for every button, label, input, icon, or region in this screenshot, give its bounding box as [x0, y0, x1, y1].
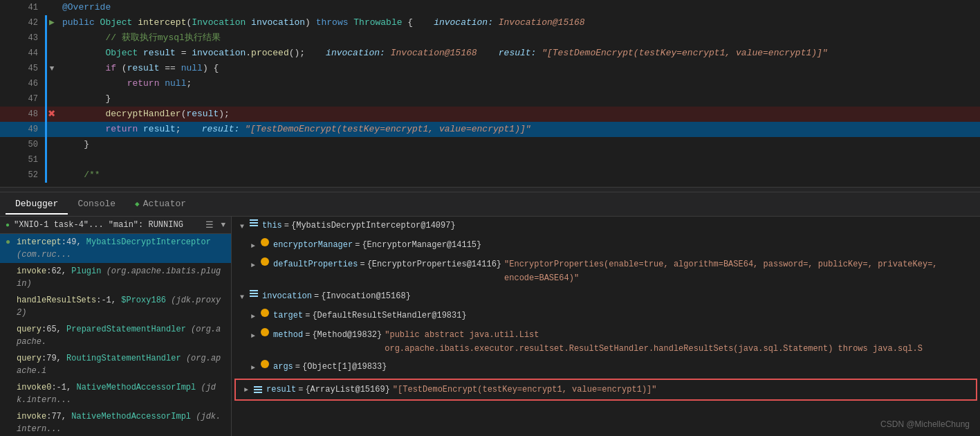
- filter-icon[interactable]: ☰: [205, 219, 214, 230]
- code-line-42: 42 ▶ public Object intercept(Invocation …: [0, 15, 980, 30]
- var-encryptormanager-expand[interactable]: ►: [248, 239, 258, 253]
- stack-item-6-text: invoke:77, NativeMethodAccessorImpl (jdk…: [17, 410, 225, 435]
- gutter-43: [45, 30, 59, 46]
- var-method[interactable]: ► method = {Method@19832} "public abstra…: [232, 326, 980, 358]
- code-content-42: public Object intercept(Invocation invoc…: [59, 15, 980, 30]
- var-invocation[interactable]: ▼ invocation = {Invocation@15168}: [232, 287, 980, 307]
- var-this-icon: [250, 219, 259, 227]
- var-result-icon: [254, 385, 264, 394]
- gutter-42: ▶: [45, 15, 59, 30]
- var-invocation-expand[interactable]: ▼: [237, 291, 247, 305]
- var-args-icon: [261, 360, 270, 368]
- var-target[interactable]: ► target = {DefaultResultSetHandler@1983…: [232, 307, 980, 326]
- editor-area: 41 @Override 42 ▶ public Object intercep…: [0, 0, 980, 187]
- var-invocation-icon: [250, 289, 259, 298]
- code-content-48: decryptHandler(result);: [59, 107, 980, 122]
- panel-divider: [0, 187, 980, 192]
- variables-panel: ▼ this = {MybatisDecryptInterceptor@1409…: [232, 217, 980, 436]
- line-number-41: 41: [0, 0, 45, 15]
- actuator-icon: ◆: [135, 199, 140, 208]
- code-line-52: 52 /**: [0, 167, 980, 183]
- stack-title: "XNIO-1 task-4"... "main": RUNNING: [14, 220, 201, 230]
- stack-item-0-text: intercept:49, MybatisDecryptInterceptor …: [17, 236, 225, 261]
- code-line-43: 43 // 获取执行mysql执行结果: [0, 30, 980, 46]
- var-args-expand[interactable]: ►: [248, 361, 258, 375]
- tabs-bar: Debugger Console ◆ Actuator: [0, 192, 980, 217]
- code-content-52: /**: [59, 167, 980, 183]
- var-defaultproperties-icon: [261, 257, 270, 266]
- stack-item-4-text: query:79, RoutingStatementHandler (org.a…: [17, 352, 225, 377]
- stack-item-3[interactable]: query:65, PreparedStatementHandler (org.…: [0, 321, 231, 350]
- tab-console-label: Console: [77, 199, 115, 209]
- code-content-46: return null;: [59, 76, 980, 91]
- code-line-44: 44 Object result = invocation.proceed();…: [0, 46, 980, 61]
- gutter-48: ✖: [45, 107, 59, 122]
- code-line-41: 41 @Override: [0, 0, 980, 15]
- tab-actuator[interactable]: ◆ Actuator: [125, 194, 196, 215]
- var-target-expand[interactable]: ►: [248, 310, 258, 324]
- code-line-49: 49 return result; result: "[TestDemoEncr…: [0, 122, 980, 137]
- stack-item-3-text: query:65, PreparedStatementHandler (org.…: [17, 323, 225, 348]
- code-content-47: }: [59, 91, 980, 107]
- gutter-50: [45, 137, 59, 152]
- var-result-expand[interactable]: ►: [241, 383, 251, 397]
- gutter-49: [45, 122, 59, 137]
- var-this[interactable]: ▼ this = {MybatisDecryptInterceptor@1409…: [232, 217, 980, 236]
- stack-item-6[interactable]: invoke:77, NativeMethodAccessorImpl (jdk…: [0, 408, 231, 436]
- stack-item-0-icon: ●: [6, 236, 14, 248]
- var-defaultproperties-expand[interactable]: ►: [248, 259, 258, 273]
- breakpoint-icon: ✖: [48, 107, 56, 122]
- line-number-46: 46: [0, 76, 45, 91]
- code-content-45: if (result == null) {: [59, 61, 980, 76]
- var-target-icon: [261, 309, 270, 317]
- stack-item-0[interactable]: ● intercept:49, MybatisDecryptIntercepto…: [0, 234, 231, 263]
- tab-debugger[interactable]: Debugger: [6, 194, 68, 215]
- code-lines: 41 @Override 42 ▶ public Object intercep…: [0, 0, 980, 183]
- code-content-41: @Override: [59, 0, 980, 15]
- code-content-44: Object result = invocation.proceed(); in…: [59, 46, 980, 61]
- var-defaultproperties[interactable]: ► defaultProperties = {EncryptorProperti…: [232, 255, 980, 287]
- gutter-41: [45, 0, 59, 15]
- line-number-44: 44: [0, 46, 45, 61]
- line-number-43: 43: [0, 30, 45, 46]
- stack-header: ● "XNIO-1 task-4"... "main": RUNNING ☰ ▼: [0, 217, 231, 234]
- line-number-45: 45: [0, 61, 45, 76]
- var-encryptormanager[interactable]: ► encryptorManager = {EncryptorManager@1…: [232, 236, 980, 255]
- stack-item-5[interactable]: invoke0:-1, NativeMethodAccessorImpl (jd…: [0, 379, 231, 408]
- var-result[interactable]: ► result = {ArrayList@15169} "[TestDemoE…: [234, 379, 977, 401]
- gutter-51: [45, 152, 59, 167]
- line-number-42: 42: [0, 15, 45, 30]
- var-method-icon: [261, 328, 270, 336]
- bottom-panel: Debugger Console ◆ Actuator ● "XNIO-1 ta…: [0, 192, 980, 436]
- stack-item-5-text: invoke0:-1, NativeMethodAccessorImpl (jd…: [17, 381, 225, 406]
- code-line-51: 51: [0, 152, 980, 167]
- line-number-51: 51: [0, 152, 45, 167]
- code-line-50: 50 }: [0, 137, 980, 152]
- stack-item-2-text: handleResultSets:-1, $Proxy186 (jdk.prox…: [17, 294, 225, 319]
- gutter-47: [45, 91, 59, 107]
- stack-panel: ● "XNIO-1 task-4"... "main": RUNNING ☰ ▼…: [0, 217, 232, 436]
- stack-item-4[interactable]: query:79, RoutingStatementHandler (org.a…: [0, 350, 231, 379]
- code-line-46: 46 return null;: [0, 76, 980, 91]
- tab-console[interactable]: Console: [68, 194, 125, 215]
- var-args[interactable]: ► args = {Object[1]@19833}: [232, 358, 980, 377]
- line-number-48: 48: [0, 107, 45, 122]
- var-method-expand[interactable]: ►: [248, 329, 258, 343]
- code-content-49: return result; result: "[TestDemoEncrypt…: [59, 122, 980, 137]
- gutter-46: [45, 76, 59, 91]
- stack-item-2[interactable]: handleResultSets:-1, $Proxy186 (jdk.prox…: [0, 292, 231, 321]
- code-line-45: 45 ▼ if (result == null) {: [0, 61, 980, 76]
- gutter-52: [45, 167, 59, 183]
- code-content-50: }: [59, 137, 980, 152]
- line-number-52: 52: [0, 167, 45, 183]
- running-icon: ●: [6, 221, 10, 229]
- gutter-45: ▼: [45, 61, 59, 76]
- stack-item-1-text: invoke:62, Plugin (org.apache.ibatis.plu…: [17, 265, 225, 290]
- code-line-48: 48 ✖ decryptHandler(result);: [0, 107, 980, 122]
- var-this-expand[interactable]: ▼: [237, 220, 247, 234]
- line-number-47: 47: [0, 91, 45, 107]
- tab-debugger-label: Debugger: [15, 199, 58, 209]
- line-number-49: 49: [0, 122, 45, 137]
- stack-item-1[interactable]: invoke:62, Plugin (org.apache.ibatis.plu…: [0, 263, 231, 292]
- more-icon[interactable]: ▼: [221, 221, 225, 229]
